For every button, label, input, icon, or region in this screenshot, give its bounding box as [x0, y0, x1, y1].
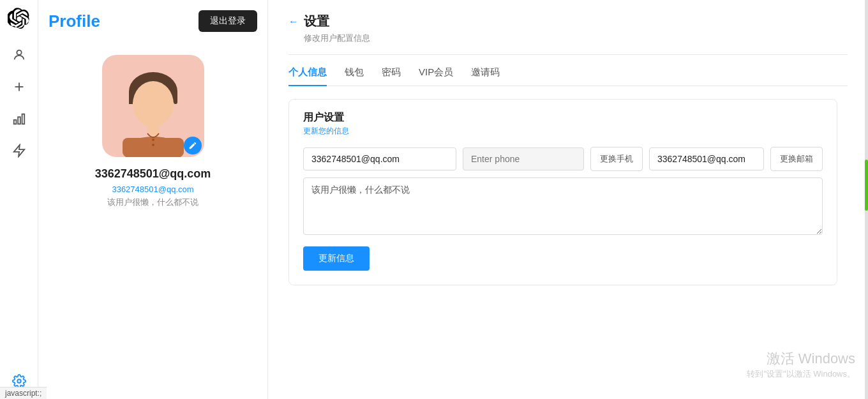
- avatar-edit-button[interactable]: [184, 137, 202, 154]
- user-email-main: 3362748501@qq.com: [95, 167, 211, 181]
- logout-button[interactable]: 退出登录: [198, 10, 257, 32]
- right-scrollbar[interactable]: [865, 0, 868, 399]
- avatar-svg: [112, 64, 195, 157]
- lightning-icon[interactable]: [9, 140, 29, 161]
- profile-title: Profile: [49, 11, 100, 31]
- card-subtitle: 更新您的信息: [303, 126, 823, 137]
- profile-header: Profile 退出登录: [49, 10, 257, 32]
- svg-point-7: [17, 379, 21, 383]
- status-bar: javascript:;: [0, 387, 47, 399]
- svg-marker-6: [13, 145, 24, 156]
- profile-panel: Profile 退出登录: [38, 0, 268, 399]
- bio-textarea[interactable]: [303, 177, 823, 235]
- app-logo[interactable]: [8, 8, 31, 31]
- svg-point-15: [152, 139, 154, 141]
- user-icon[interactable]: [9, 45, 29, 65]
- tab-personal-info[interactable]: 个人信息: [288, 66, 327, 86]
- update-button[interactable]: 更新信息: [303, 246, 370, 271]
- settings-card: 用户设置 更新您的信息 更换手机 3362748501@qq.com 更换邮箱 …: [288, 99, 837, 285]
- tab-invite[interactable]: 邀请码: [471, 66, 500, 86]
- svg-rect-12: [147, 123, 159, 135]
- plus-icon[interactable]: [9, 77, 29, 97]
- form-row-1: 更换手机 3362748501@qq.com 更换邮箱: [303, 147, 823, 171]
- settings-subtitle: 修改用户配置信息: [304, 33, 848, 44]
- tab-vip[interactable]: VIP会员: [419, 66, 453, 86]
- svg-point-11: [133, 81, 174, 127]
- svg-point-0: [17, 50, 21, 55]
- tab-password[interactable]: 密码: [382, 66, 401, 86]
- svg-rect-9: [129, 91, 133, 104]
- tab-wallet[interactable]: 钱包: [345, 66, 364, 86]
- header-divider: [288, 54, 848, 55]
- settings-tabs: 个人信息 钱包 密码 VIP会员 邀请码: [288, 66, 848, 86]
- svg-rect-3: [13, 120, 16, 124]
- phone-input[interactable]: [463, 147, 584, 170]
- settings-header: ← 设置: [288, 13, 848, 30]
- sidebar: [0, 0, 38, 399]
- chart-icon[interactable]: [9, 109, 29, 129]
- card-title: 用户设置: [303, 111, 823, 124]
- email-display: 3362748501@qq.com: [649, 147, 764, 170]
- avatar-container: [102, 55, 204, 157]
- svg-rect-4: [18, 117, 20, 124]
- svg-rect-5: [22, 114, 24, 124]
- change-phone-button[interactable]: 更换手机: [590, 147, 643, 171]
- avatar-wrapper: 3362748501@qq.com 3362748501@qq.com 该用户很…: [49, 55, 257, 208]
- settings-title: 设置: [304, 13, 329, 30]
- status-text: javascript:;: [5, 389, 41, 398]
- main-content: ← 设置 修改用户配置信息 个人信息 钱包 密码 VIP会员 邀请码 用户设置 …: [268, 0, 868, 399]
- user-bio: 该用户很懒，什么都不说: [107, 197, 198, 208]
- svg-rect-10: [174, 91, 177, 104]
- svg-point-16: [152, 144, 154, 146]
- email-input[interactable]: [303, 147, 456, 170]
- back-arrow[interactable]: ←: [288, 16, 299, 27]
- user-email-sub: 3362748501@qq.com: [112, 184, 193, 194]
- change-email-button[interactable]: 更换邮箱: [770, 147, 823, 171]
- scrollbar-thumb[interactable]: [865, 160, 868, 211]
